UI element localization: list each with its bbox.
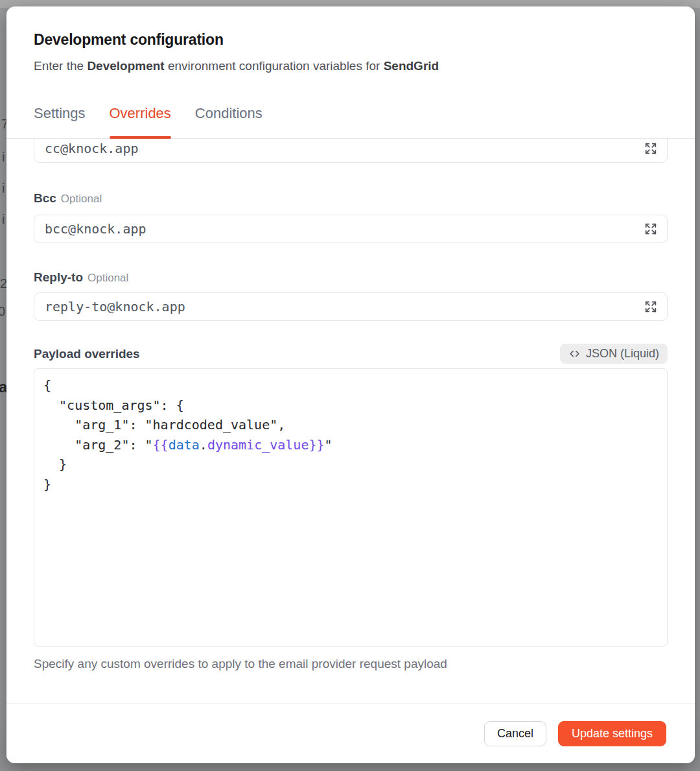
tab-settings[interactable]: Settings — [34, 104, 86, 138]
development-configuration-modal: Development configuration Enter the Deve… — [6, 6, 695, 763]
liquid-property: dynamic_value — [207, 437, 309, 453]
tab-conditions[interactable]: Conditions — [195, 104, 262, 138]
bcc-optional-hint: Optional — [61, 193, 102, 205]
subtitle-text: environment configuration variables for — [165, 59, 384, 73]
reply-to-label: Reply-toOptional — [34, 270, 668, 286]
reply-to-optional-hint: Optional — [88, 272, 128, 284]
backdrop-fragment: i — [2, 212, 5, 227]
payload-overrides-header: Payload overrides JSON (Liquid) — [34, 344, 668, 364]
modal-header: Development configuration Enter the Deve… — [6, 6, 695, 75]
modal-subtitle: Enter the Development environment config… — [34, 58, 668, 75]
expand-icon[interactable] — [644, 141, 658, 156]
provider-name: SendGrid — [384, 59, 439, 73]
screen: 7 i i i 2 0 a Development configuration … — [0, 0, 700, 771]
payload-overrides-label: Payload overrides — [34, 347, 140, 361]
page-title: Development configuration — [34, 30, 668, 49]
code-text: " — [325, 437, 332, 453]
tab-bar: Settings Overrides Conditions — [6, 104, 695, 139]
code-text: . — [200, 437, 207, 453]
liquid-object: data — [169, 437, 200, 453]
update-settings-button[interactable]: Update settings — [558, 721, 666, 746]
expand-icon[interactable] — [644, 222, 658, 236]
cancel-button[interactable]: Cancel — [484, 721, 546, 746]
code-brackets-icon — [568, 348, 581, 360]
backdrop-fragment: i — [2, 150, 5, 165]
reply-to-input-value: reply-to@knock.app — [45, 299, 185, 314]
json-liquid-badge: JSON (Liquid) — [560, 344, 668, 364]
liquid-close-braces: }} — [309, 437, 324, 453]
modal-footer: Cancel Update settings — [6, 704, 695, 763]
reply-to-input[interactable]: reply-to@knock.app — [34, 292, 668, 321]
liquid-open-braces: {{ — [153, 437, 169, 453]
code-line: "custom_args": { — [43, 396, 658, 416]
code-line: "arg_2": "{{data.dynamic_value}}" — [43, 435, 658, 455]
modal-content: cc@knock.app BccOptional bcc@knock.app — [6, 139, 695, 710]
backdrop-fragment: i — [2, 181, 5, 196]
bcc-label: BccOptional — [34, 191, 668, 207]
code-line: } — [43, 475, 658, 495]
payload-overrides-help: Specify any custom overrides to apply to… — [34, 656, 668, 672]
environment-name: Development — [87, 59, 164, 73]
subtitle-text: Enter the — [34, 59, 87, 73]
expand-icon[interactable] — [644, 300, 658, 314]
bcc-input-value: bcc@knock.app — [45, 221, 146, 237]
json-liquid-badge-label: JSON (Liquid) — [586, 347, 659, 361]
tab-overrides[interactable]: Overrides — [110, 104, 171, 138]
cc-input[interactable]: cc@knock.app — [34, 139, 668, 163]
code-line: "arg_1": "hardcoded_value", — [43, 415, 658, 435]
cc-input-value: cc@knock.app — [45, 141, 139, 156]
payload-overrides-editor[interactable]: { "custom_args": { "arg_1": "hardcoded_v… — [34, 368, 668, 646]
bcc-label-text: Bcc — [34, 191, 56, 205]
code-line: { — [43, 375, 658, 396]
bcc-input[interactable]: bcc@knock.app — [34, 215, 668, 243]
code-text: "arg_2": " — [43, 437, 153, 453]
reply-to-label-text: Reply-to — [34, 270, 83, 284]
code-line: } — [43, 455, 658, 475]
backdrop-fragment: 0 — [0, 304, 5, 319]
